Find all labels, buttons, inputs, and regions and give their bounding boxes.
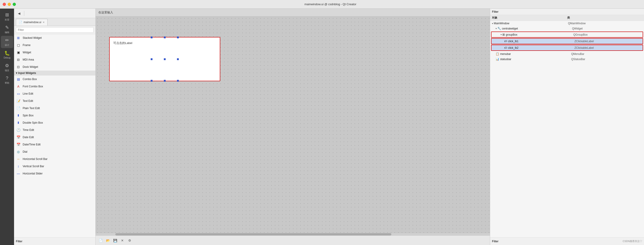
- tree-obj-mainwindow: MainWindow: [494, 22, 568, 25]
- save-button[interactable]: 💾: [112, 237, 118, 244]
- date-time-edit-icon: 📅: [16, 142, 21, 147]
- list-item-vertical-scroll-bar[interactable]: ↕ Vertical Scroll Bar: [14, 163, 96, 170]
- line-edit-label: Line Edit: [23, 92, 33, 95]
- minimize-button[interactable]: [8, 3, 11, 6]
- canvas-grid[interactable]: 可点击的Label: [96, 17, 490, 233]
- tab-mainwindow[interactable]: 📄 mainwindow.ui ✕: [16, 19, 48, 26]
- grid-icon: ⊞: [5, 12, 9, 18]
- list-item-mdi-area[interactable]: ⊟ MDI Area: [14, 56, 96, 63]
- list-item-plain-text-edit[interactable]: 📄 Plain Text Edit: [14, 105, 96, 112]
- plain-text-edit-icon: 📄: [16, 106, 21, 111]
- text-edit-label: Text Edit: [23, 99, 33, 103]
- sidebar-item-project[interactable]: ⚙ 项目: [1, 61, 13, 74]
- list-item-combo-box[interactable]: ▤ Combo Box: [14, 76, 96, 83]
- canvas-breadcrumb: 在这里输入: [96, 9, 490, 17]
- close-button[interactable]: [3, 3, 6, 6]
- maximize-button[interactable]: [13, 3, 16, 6]
- sidebar-label-project: 项目: [5, 69, 9, 72]
- tree-row-groupbox[interactable]: ▾ ⊞ groupBox QGroupBox: [491, 32, 643, 38]
- back-button[interactable]: ◀: [16, 10, 22, 17]
- canvas-bottom-toolbar: 📄 📂 💾 ✕ ⚙: [96, 235, 490, 245]
- arrow-centralwidget: ▾: [496, 27, 497, 30]
- design-widget[interactable]: 可点击的Label: [109, 37, 220, 81]
- tab-label: mainwindow.ui: [24, 21, 41, 24]
- list-item-date-edit[interactable]: 📅 Date Edit: [14, 134, 96, 141]
- sidebar-label-edit: 编辑: [5, 31, 9, 34]
- tab-bar: 📄 mainwindow.ui ✕: [14, 18, 96, 26]
- menubar-icon: 📋: [496, 52, 499, 56]
- sel-handle-tl[interactable]: [151, 37, 152, 38]
- list-item-font-combo-box[interactable]: A Font Combo Box: [14, 83, 96, 90]
- tab-close-button[interactable]: ✕: [42, 21, 45, 24]
- tree-row-click-lb2[interactable]: 🏷 click_lb2 ZClickableLabel: [491, 45, 643, 51]
- widget-filter-input[interactable]: [16, 27, 94, 33]
- sidebar-item-help[interactable]: ? 帮助: [1, 74, 13, 86]
- list-item-dock-widget[interactable]: ⊡ Dock Widget: [14, 63, 96, 71]
- sel-handle-tm[interactable]: [164, 37, 166, 38]
- double-spin-box-icon: ⬍: [16, 120, 21, 125]
- tree-obj-click-lb2: click_lb2: [508, 46, 574, 50]
- canvas-label: 在这里输入: [98, 11, 113, 14]
- canvas-scrollbar[interactable]: [96, 233, 490, 235]
- time-edit-icon: 🕐: [16, 127, 21, 132]
- tree-row-centralwidget[interactable]: ▾ 🔧 centralwidget QWidget: [490, 26, 644, 31]
- time-edit-label: Time Edit: [23, 128, 34, 132]
- list-item-line-edit[interactable]: ▭ Line Edit: [14, 90, 96, 97]
- sidebar-item-edit[interactable]: ✎ 编辑: [1, 23, 13, 35]
- list-item-stacked-widget[interactable]: ⊞ Stacked Widget: [14, 34, 96, 42]
- tree-row-menubar[interactable]: 📋 menubar QMenuBar: [490, 51, 644, 57]
- dial-icon: ◎: [16, 149, 21, 154]
- sel-handle-br[interactable]: [177, 80, 179, 82]
- stacked-widget-icon: ⊞: [16, 35, 21, 40]
- sel-handle-bm[interactable]: [164, 80, 166, 82]
- tree-row-mainwindow[interactable]: ▾ MainWindow QMainWindow: [490, 21, 644, 26]
- debug-icon: 🐛: [4, 50, 10, 56]
- sel-handle-bl[interactable]: [151, 80, 152, 82]
- list-item-horizontal-slider[interactable]: — Horizontal Slider: [14, 170, 96, 177]
- tree-row-click-lb1[interactable]: 🏷 click_lb1 ZClickableLabel: [491, 38, 643, 44]
- widget-toolbar: ◀: [14, 9, 96, 18]
- list-item-text-edit[interactable]: 📝 Text Edit: [14, 97, 96, 105]
- sel-handle-mr[interactable]: [177, 58, 179, 60]
- right-bottom-filter-label: Filter: [492, 239, 498, 243]
- list-item-time-edit[interactable]: 🕐 Time Edit: [14, 126, 96, 134]
- help-icon: ?: [6, 76, 8, 81]
- list-item-spin-box[interactable]: ⬍ Spin Box: [14, 112, 96, 119]
- frame-icon: ▢: [16, 43, 21, 48]
- tree-obj-menubar: menubar: [500, 52, 571, 56]
- list-item-widget[interactable]: ▣ Widget: [14, 49, 96, 56]
- list-item-frame[interactable]: ▢ Frame: [14, 42, 96, 49]
- object-tree: 对象 类 ▾ MainWindow QMainWindow ▾ 🔧 centra…: [490, 15, 644, 237]
- tree-row-statusbar[interactable]: 📊 statusbar QStatusBar: [490, 57, 644, 62]
- date-time-edit-label: Date/Time Edit: [23, 143, 40, 146]
- list-item-double-spin-box[interactable]: ⬍ Double Spin Box: [14, 119, 96, 126]
- list-item-dial[interactable]: ◎ Dial: [14, 148, 96, 155]
- settings-button[interactable]: ⚙: [126, 237, 133, 244]
- scroll-thumb[interactable]: [115, 233, 391, 235]
- sidebar-item-design[interactable]: ✏ 设计: [1, 36, 13, 48]
- sidebar-item-debug[interactable]: 🐛 Debug: [1, 49, 13, 61]
- text-edit-icon: 📝: [16, 98, 21, 103]
- double-spin-box-label: Double Spin Box: [23, 121, 43, 124]
- sidebar-item-welcome[interactable]: ⊞ 欢迎: [1, 11, 13, 23]
- project-icon: ⚙: [5, 63, 9, 68]
- list-item-horizontal-scroll-bar[interactable]: ↔ Horizontal Scroll Bar: [14, 155, 96, 163]
- left-filter-label: Filter: [16, 239, 22, 243]
- list-item-date-time-edit[interactable]: 📅 Date/Time Edit: [14, 141, 96, 148]
- titlebar: mainwindow.ui @ csdnblog - Qt Creator: [0, 0, 644, 9]
- new-file-button[interactable]: 📄: [98, 237, 104, 244]
- tree-obj-click-lb1: click_lb1: [508, 40, 574, 43]
- statusbar-icon: 📊: [496, 57, 499, 61]
- close-doc-button[interactable]: ✕: [119, 237, 126, 244]
- window-controls[interactable]: [3, 3, 16, 6]
- toolbar-separator-1: [24, 11, 24, 16]
- dial-label: Dial: [23, 150, 28, 153]
- open-button[interactable]: 📂: [105, 237, 111, 244]
- design-icon: ✏: [5, 38, 9, 43]
- left-panel: ◀ 📄 mainwindow.ui ✕ ⊞ Stacked Widget ▢ F…: [14, 9, 96, 245]
- sel-handle-tr[interactable]: [177, 37, 179, 38]
- horizontal-scroll-bar-icon: ↔: [16, 156, 21, 161]
- sel-handle-ml[interactable]: [151, 58, 152, 60]
- canvas-area: 在这里输入 可点击的Label 📄 📂: [96, 9, 490, 245]
- sel-handle-mm[interactable]: [164, 58, 166, 60]
